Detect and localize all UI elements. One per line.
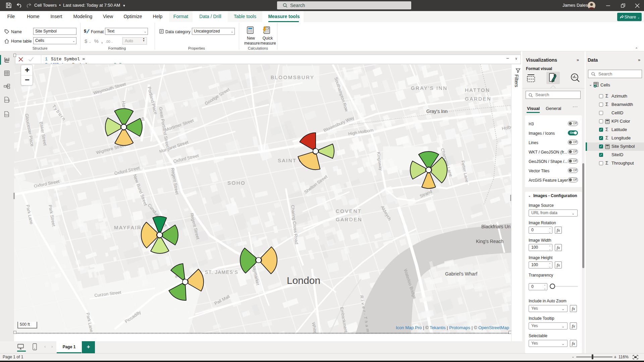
- svg-text:Blackfriars Un: Blackfriars Un: [481, 224, 511, 229]
- svg-text:Gabriel's Wharf: Gabriel's Wharf: [445, 271, 477, 277]
- svg-text:SOHO: SOHO: [227, 180, 246, 186]
- svg-text:ST. JAMES'S: ST. JAMES'S: [205, 269, 238, 275]
- svg-text:GARDEN: GARDEN: [336, 217, 362, 222]
- svg-text:COVENT: COVENT: [336, 208, 362, 214]
- svg-text:GARDEN: GARDEN: [465, 96, 491, 102]
- svg-text:GRAY'S INN: GRAY'S INN: [411, 85, 447, 91]
- svg-text:DAX: DAX: [5, 99, 9, 101]
- svg-text:TMDL: TMDL: [4, 114, 9, 116]
- svg-text:BLOOMSBURY: BLOOMSBURY: [271, 74, 315, 80]
- svg-text:London: London: [287, 275, 320, 286]
- svg-text:Gray's Inn: Gray's Inn: [426, 109, 447, 114]
- svg-text:MAYFAIR: MAYFAIR: [114, 225, 142, 230]
- svg-text:King's Reach: King's Reach: [476, 239, 503, 244]
- svg-text:HATTON: HATTON: [465, 87, 490, 93]
